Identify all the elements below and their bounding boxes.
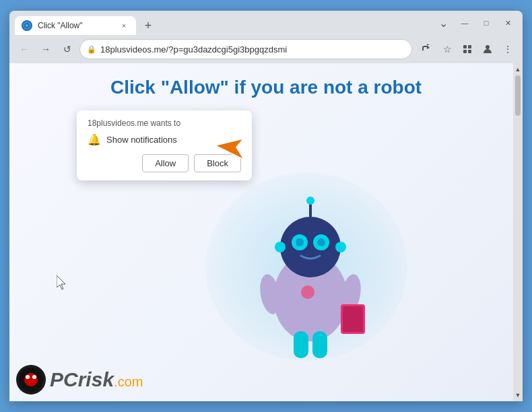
scroll-down-button[interactable]: ▼ (513, 390, 523, 400)
new-tab-button[interactable]: + (139, 16, 158, 35)
share-icon[interactable] (418, 40, 436, 59)
com-text: .com (114, 374, 143, 389)
svg-rect-4 (463, 50, 467, 53)
svg-rect-22 (312, 331, 327, 358)
svg-point-30 (29, 380, 33, 384)
risk-text: risk (78, 368, 114, 390)
scroll-track (515, 75, 521, 389)
url-text: 18plusvideos.me/?p=gu3dazdcgi5gi3bpgqzds… (100, 44, 405, 55)
popup-site-text: 18plusvideos.me wants to (88, 118, 241, 128)
title-bar: Click "Allow" × + ⌄ — □ ✕ (9, 11, 523, 35)
allow-button[interactable]: Allow (142, 154, 189, 172)
scroll-up-button[interactable]: ▲ (513, 65, 523, 74)
svg-rect-21 (294, 331, 308, 358)
popup-buttons: Allow Block (88, 154, 241, 172)
svg-point-29 (32, 375, 36, 379)
bookmark-icon[interactable]: ☆ (438, 40, 457, 59)
tab-title: Click "Allow" (38, 21, 113, 30)
svg-point-28 (26, 375, 30, 379)
robot-illustration (236, 176, 385, 381)
svg-point-18 (301, 285, 314, 299)
browser-window: Click "Allow" × + ⌄ — □ ✕ ← → ↺ 🔒 18plus… (9, 11, 523, 401)
svg-point-15 (306, 197, 314, 205)
bell-icon: 🔔 (88, 133, 101, 146)
scrollbar[interactable]: ▲ ▼ (513, 63, 523, 401)
svg-point-1 (26, 24, 28, 27)
page-headline: Click "Allow" if you are not a robot (9, 77, 523, 98)
extensions-icon[interactable] (458, 40, 477, 59)
maximize-button[interactable]: □ (477, 13, 496, 32)
toolbar-icons: ☆ ⋮ (418, 40, 517, 59)
svg-point-24 (335, 242, 346, 252)
svg-marker-25 (57, 275, 65, 289)
forward-button[interactable]: → (36, 40, 55, 59)
profile-icon[interactable] (478, 40, 497, 59)
tab-favicon (22, 20, 32, 31)
svg-point-9 (280, 217, 341, 277)
chevron-down-icon[interactable]: ⌄ (434, 13, 453, 32)
close-button[interactable]: ✕ (498, 13, 517, 32)
minimize-button[interactable]: — (455, 13, 474, 32)
window-controls: ⌄ — □ ✕ (434, 13, 517, 32)
tab-area: Click "Allow" × + (15, 11, 430, 35)
svg-point-6 (486, 45, 490, 49)
menu-icon[interactable]: ⋮ (498, 40, 517, 59)
svg-point-13 (317, 238, 325, 246)
back-button[interactable]: ← (15, 40, 34, 59)
svg-rect-3 (468, 45, 471, 48)
svg-rect-5 (468, 50, 471, 53)
pc-text: PC (50, 368, 78, 390)
svg-point-11 (296, 238, 304, 246)
tab-close-button[interactable]: × (119, 20, 129, 31)
svg-point-23 (275, 242, 286, 252)
active-tab[interactable]: Click "Allow" × (15, 16, 136, 35)
mouse-cursor-icon (57, 275, 67, 294)
popup-label: Show notifications (106, 135, 177, 145)
pcrisk-brand-text: PCrisk.com (50, 368, 143, 391)
toolbar: ← → ↺ 🔒 18plusvideos.me/?p=gu3dazdcgi5gi… (9, 35, 523, 63)
page-content: Click "Allow" if you are not a robot ?? … (9, 63, 523, 401)
watermark: PCrisk.com (16, 365, 143, 394)
refresh-button[interactable]: ↺ (58, 40, 77, 59)
svg-rect-20 (343, 306, 363, 332)
pcrisk-logo (16, 365, 46, 394)
svg-rect-2 (463, 45, 467, 48)
address-bar[interactable]: 🔒 18plusvideos.me/?p=gu3dazdcgi5gi3bpgqz… (79, 39, 412, 59)
lock-icon: 🔒 (87, 45, 96, 54)
